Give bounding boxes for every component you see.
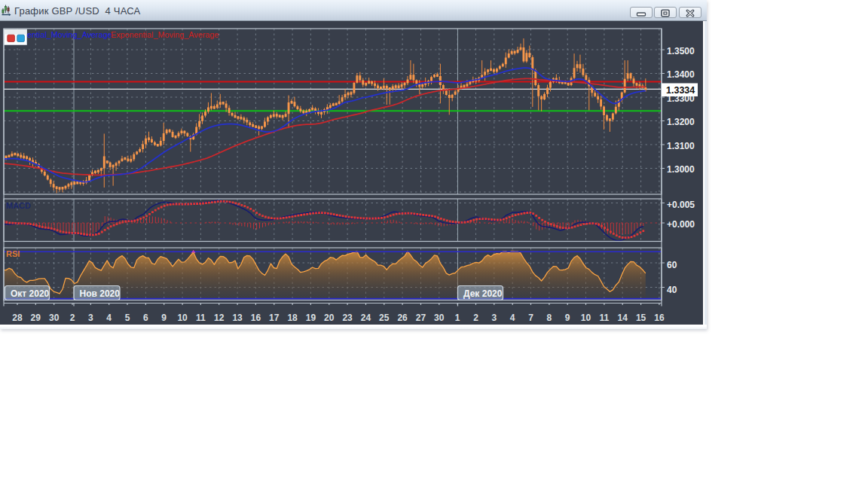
svg-text:14: 14 — [618, 313, 628, 323]
svg-text:28: 28 — [12, 313, 23, 323]
svg-text:Окт 2020: Окт 2020 — [11, 288, 50, 299]
svg-text:1: 1 — [455, 313, 460, 323]
svg-text:60: 60 — [667, 260, 677, 270]
svg-text:26: 26 — [397, 313, 408, 323]
svg-text:5: 5 — [125, 313, 130, 323]
svg-text:12: 12 — [214, 313, 225, 323]
svg-text:2: 2 — [70, 313, 75, 323]
svg-text:Дек 2020: Дек 2020 — [463, 288, 503, 299]
svg-text:4: 4 — [510, 313, 515, 323]
svg-text:15: 15 — [636, 313, 646, 323]
svg-text:18: 18 — [287, 313, 298, 323]
svg-text:23: 23 — [342, 313, 353, 323]
svg-text:4: 4 — [106, 313, 112, 323]
svg-text:40: 40 — [667, 285, 677, 295]
svg-text:1.3200: 1.3200 — [667, 117, 695, 127]
svg-text:7: 7 — [528, 313, 533, 323]
svg-text:19: 19 — [306, 313, 316, 323]
svg-text:16: 16 — [654, 313, 665, 323]
svg-text:10: 10 — [177, 313, 188, 323]
svg-text:9: 9 — [565, 313, 570, 323]
svg-text:30: 30 — [434, 313, 445, 323]
svg-text:1.3500: 1.3500 — [667, 46, 695, 56]
svg-text:1.3000: 1.3000 — [667, 164, 695, 175]
svg-text:RSI: RSI — [6, 249, 20, 258]
svg-text:ential_Moving_Average: ential_Moving_Average — [27, 30, 112, 39]
svg-text:3: 3 — [491, 313, 497, 323]
svg-text:24: 24 — [361, 313, 371, 323]
svg-text:13: 13 — [232, 313, 243, 323]
svg-text:1.3100: 1.3100 — [667, 141, 695, 151]
svg-text:25: 25 — [379, 313, 390, 323]
svg-text:9: 9 — [161, 313, 167, 323]
svg-text:8: 8 — [547, 313, 552, 323]
svg-text:3: 3 — [88, 313, 93, 323]
svg-text:MACD: MACD — [6, 201, 31, 210]
svg-text:11: 11 — [600, 313, 610, 323]
svg-text:Нов 2020: Нов 2020 — [80, 288, 121, 299]
svg-text:1.3334: 1.3334 — [666, 85, 695, 96]
svg-text:20: 20 — [324, 313, 335, 323]
svg-text:+0.005: +0.005 — [667, 200, 695, 210]
svg-text:30: 30 — [49, 313, 60, 323]
svg-text:+0.000: +0.000 — [667, 219, 695, 230]
svg-text:11: 11 — [196, 313, 206, 323]
svg-text:1.3400: 1.3400 — [667, 69, 695, 80]
svg-text:Exponential_Moving_Average: Exponential_Moving_Average — [111, 30, 219, 39]
svg-text:6: 6 — [143, 313, 148, 323]
svg-text:2: 2 — [473, 313, 478, 323]
svg-text:29: 29 — [31, 313, 41, 323]
svg-text:17: 17 — [269, 313, 280, 323]
svg-text:27: 27 — [416, 313, 426, 323]
svg-text:16: 16 — [251, 313, 261, 323]
svg-text:10: 10 — [581, 313, 591, 323]
